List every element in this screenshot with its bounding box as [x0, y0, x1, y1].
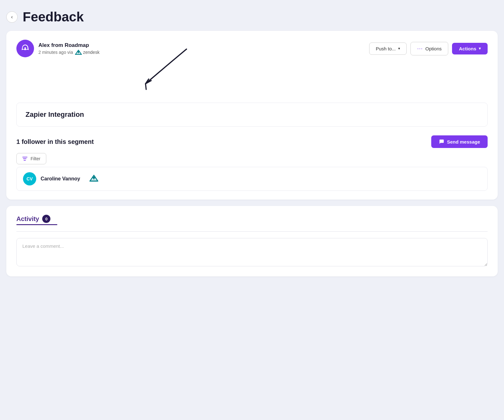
- zendesk-follower-icon: [89, 175, 98, 182]
- filter-button[interactable]: Filter: [16, 153, 46, 164]
- back-button[interactable]: ‹: [6, 11, 18, 23]
- comment-input[interactable]: [16, 238, 488, 266]
- header-actions: Push to... ▾ ··· Options Actions ▾: [369, 42, 488, 55]
- zendesk-icon: [75, 50, 82, 55]
- activity-card: Activity 0: [6, 206, 498, 276]
- feedback-title-text: Zapier Integration: [26, 111, 84, 118]
- activity-divider: [16, 231, 488, 232]
- push-to-button[interactable]: Push to... ▾: [369, 43, 407, 55]
- back-icon: ‹: [11, 14, 13, 20]
- dots-icon: ···: [417, 45, 423, 52]
- options-label: Options: [425, 46, 442, 51]
- user-info: Alex from Roadmap 2 minutes ago via zend…: [16, 40, 100, 57]
- rocket-icon: [20, 44, 30, 53]
- arrow-svg: [105, 46, 199, 103]
- chevron-down-icon: ▾: [479, 46, 481, 51]
- follower-avatar: CV: [23, 172, 36, 185]
- feedback-title-box: Zapier Integration: [16, 103, 488, 127]
- follower-name: Caroline Vannoy: [41, 176, 80, 182]
- zendesk-text: zendesk: [83, 50, 100, 55]
- segment-heading: 1 follower in this segment: [16, 138, 94, 145]
- page-header: ‹ Feedback: [6, 6, 498, 31]
- segment-filter-wrapper: 1 follower in this segment Send message: [16, 135, 488, 148]
- actions-label: Actions: [459, 46, 476, 51]
- feedback-card: Alex from Roadmap 2 minutes ago via zend…: [6, 31, 498, 200]
- arrow-annotation: [16, 65, 488, 103]
- send-message-label: Send message: [447, 139, 480, 145]
- options-button[interactable]: ··· Options: [410, 42, 448, 55]
- chat-icon: [439, 139, 444, 145]
- actions-button[interactable]: Actions ▾: [452, 43, 488, 54]
- push-to-label: Push to...: [376, 46, 396, 51]
- filter-icon: [22, 157, 27, 161]
- zendesk-logo: zendesk: [75, 50, 100, 55]
- page-title: Feedback: [23, 9, 84, 25]
- avatar: [16, 40, 34, 57]
- send-message-button[interactable]: Send message: [431, 135, 488, 148]
- activity-badge: 0: [42, 215, 50, 223]
- activity-underline: [16, 224, 57, 225]
- filter-label: Filter: [31, 156, 40, 161]
- feedback-header: Alex from Roadmap 2 minutes ago via zend…: [16, 40, 488, 57]
- activity-header: Activity 0: [16, 215, 488, 223]
- follower-row: CV Caroline Vannoy: [16, 167, 488, 191]
- activity-title: Activity: [16, 215, 39, 223]
- meta-prefix: 2 minutes ago via: [38, 50, 73, 55]
- user-details: Alex from Roadmap 2 minutes ago via zend…: [38, 42, 100, 55]
- chevron-down-icon: ▾: [398, 46, 400, 51]
- user-name: Alex from Roadmap: [38, 42, 100, 48]
- follower-zendesk-icon: [89, 175, 98, 183]
- segment-section: 1 follower in this segment Send message …: [16, 135, 488, 191]
- user-meta: 2 minutes ago via zendesk: [38, 50, 100, 55]
